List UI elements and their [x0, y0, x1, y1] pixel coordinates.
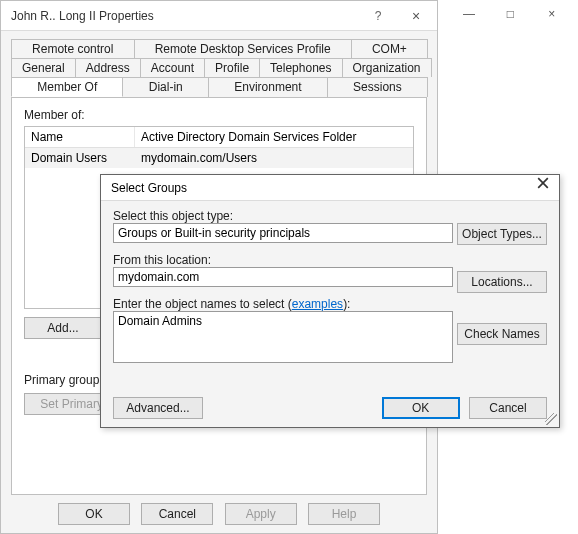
tab-profile[interactable]: Profile [204, 58, 260, 77]
tab-telephones[interactable]: Telephones [259, 58, 342, 77]
tab-general[interactable]: General [11, 58, 76, 77]
object-names-input[interactable] [113, 311, 453, 363]
location-field[interactable] [113, 267, 453, 287]
names-label-post: ): [343, 297, 350, 311]
modal-buttons: OK Cancel [376, 397, 547, 419]
tab-sessions[interactable]: Sessions [327, 77, 428, 97]
tab-rds-profile[interactable]: Remote Desktop Services Profile [134, 39, 352, 58]
tab-com-plus[interactable]: COM+ [351, 39, 428, 58]
titlebar: John R.. Long II Properties ? × [1, 1, 437, 31]
close-icon[interactable]: × [401, 1, 431, 31]
close-icon[interactable]: × [533, 0, 571, 28]
check-names-button[interactable]: Check Names [457, 323, 547, 345]
maximize-icon[interactable]: □ [491, 0, 529, 28]
location-label: From this location: [113, 253, 547, 267]
ok-button[interactable]: OK [58, 503, 130, 525]
object-names-label: Enter the object names to select (exampl… [113, 297, 547, 311]
examples-link[interactable]: examples [292, 297, 343, 311]
col-name[interactable]: Name [25, 127, 135, 147]
tab-strip: Remote control Remote Desktop Services P… [11, 39, 427, 97]
locations-button[interactable]: Locations... [457, 271, 547, 293]
member-of-label: Member of: [24, 108, 414, 122]
tab-remote-control[interactable]: Remote control [11, 39, 135, 58]
tab-dial-in[interactable]: Dial-in [122, 77, 208, 97]
col-folder[interactable]: Active Directory Domain Services Folder [135, 127, 413, 147]
close-icon[interactable] [531, 177, 555, 197]
select-groups-dialog: Select Groups Select this object type: O… [100, 174, 560, 428]
apply-button[interactable]: Apply [225, 503, 297, 525]
table-header: Name Active Directory Domain Services Fo… [25, 127, 413, 148]
cell-folder: mydomain.com/Users [135, 148, 413, 168]
help-icon[interactable]: ? [363, 1, 393, 31]
tab-address[interactable]: Address [75, 58, 141, 77]
tab-organization[interactable]: Organization [342, 58, 432, 77]
tab-account[interactable]: Account [140, 58, 205, 77]
advanced-button[interactable]: Advanced... [113, 397, 203, 419]
dialog-buttons: OK Cancel Apply Help [1, 503, 437, 525]
cell-name: Domain Users [25, 148, 135, 168]
add-button[interactable]: Add... [24, 317, 102, 339]
names-label-pre: Enter the object names to select ( [113, 297, 292, 311]
modal-titlebar: Select Groups [101, 175, 559, 201]
object-type-field[interactable] [113, 223, 453, 243]
object-type-label: Select this object type: [113, 209, 547, 223]
window-title: John R.. Long II Properties [11, 9, 154, 23]
modal-title: Select Groups [111, 181, 187, 195]
table-row[interactable]: Domain Users mydomain.com/Users [25, 148, 413, 168]
cancel-button[interactable]: Cancel [469, 397, 547, 419]
tab-environment[interactable]: Environment [208, 77, 328, 97]
cancel-button[interactable]: Cancel [141, 503, 213, 525]
minimize-icon[interactable]: — [450, 0, 488, 28]
help-button[interactable]: Help [308, 503, 380, 525]
resize-grip-icon[interactable] [545, 413, 557, 425]
parent-window-controls: — □ × [450, 0, 578, 40]
object-types-button[interactable]: Object Types... [457, 223, 547, 245]
ok-button[interactable]: OK [382, 397, 460, 419]
tab-member-of[interactable]: Member Of [11, 77, 123, 97]
